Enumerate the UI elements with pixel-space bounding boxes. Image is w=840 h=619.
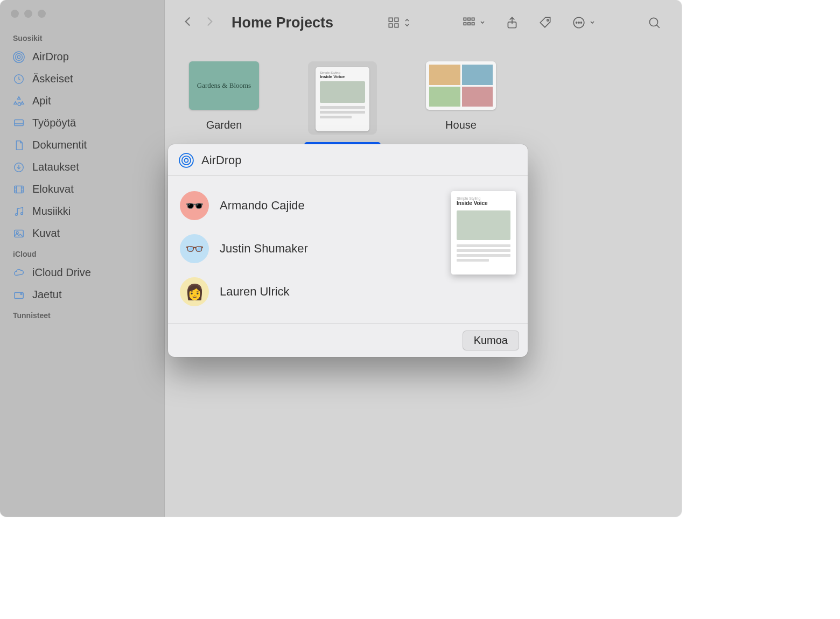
airdrop-person[interactable]: 🕶️ Armando Cajide — [180, 191, 440, 220]
person-name: Justin Shumaker — [220, 242, 308, 256]
sidebar-item-documents[interactable]: Dokumentit — [8, 134, 157, 156]
file-name: House — [441, 117, 481, 133]
airdrop-header: AirDrop — [168, 144, 528, 176]
preview-title: Inside Voice — [457, 200, 488, 206]
svg-rect-21 — [468, 23, 470, 25]
file-preview: Simple Styling Inside Voice — [451, 191, 516, 275]
minimize-window-button[interactable] — [24, 10, 32, 18]
chevron-down-icon — [589, 16, 596, 30]
view-mode-button[interactable] — [382, 12, 415, 33]
document-icon — [13, 139, 25, 151]
tags-button[interactable] — [534, 12, 557, 33]
svg-rect-15 — [389, 24, 393, 27]
sidebar-item-icloud-drive[interactable]: iCloud Drive — [8, 262, 157, 284]
svg-point-30 — [185, 159, 188, 163]
svg-rect-16 — [395, 24, 398, 27]
file-thumbnail — [426, 61, 496, 110]
desktop-icon — [13, 117, 25, 129]
person-name: Armando Cajide — [220, 199, 305, 213]
airdrop-icon — [179, 153, 194, 168]
airdrop-title: AirDrop — [201, 153, 242, 167]
airdrop-people-list: 🕶️ Armando Cajide 👓 Justin Shumaker 👩 La… — [180, 186, 440, 312]
sidebar-item-apps[interactable]: Apit — [8, 90, 157, 112]
airdrop-popover: AirDrop 🕶️ Armando Cajide 👓 Justin Shuma… — [168, 144, 528, 357]
sidebar-item-label: Apit — [32, 95, 51, 107]
sidebar-section-icloud-label: iCloud — [8, 244, 157, 262]
avatar: 🕶️ — [180, 191, 209, 220]
search-button[interactable] — [643, 12, 666, 33]
window-title: Home Projects — [232, 15, 333, 31]
apps-icon — [13, 95, 25, 107]
cloud-icon — [13, 267, 25, 279]
svg-point-24 — [547, 19, 549, 21]
sidebar-item-downloads[interactable]: Lataukset — [8, 156, 157, 178]
sidebar-item-label: Jaetut — [32, 289, 61, 301]
sidebar-item-recents[interactable]: Äskeiset — [8, 68, 157, 90]
chevron-down-icon — [479, 16, 486, 30]
sidebar-item-movies[interactable]: Elokuvat — [8, 178, 157, 200]
svg-point-7 — [16, 213, 18, 215]
toolbar: Home Projects — [165, 0, 682, 45]
svg-rect-19 — [472, 18, 474, 20]
forward-button[interactable] — [202, 15, 216, 31]
avatar: 👓 — [180, 234, 209, 263]
svg-point-1 — [16, 53, 23, 60]
svg-rect-17 — [464, 18, 466, 20]
sidebar-item-desktop[interactable]: Työpöytä — [8, 112, 157, 134]
svg-point-31 — [182, 156, 191, 165]
sidebar-item-label: iCloud Drive — [32, 266, 91, 279]
airdrop-person[interactable]: 👓 Justin Shumaker — [180, 234, 440, 263]
preview-subtitle: Simple Styling — [457, 196, 480, 200]
avatar: 👩 — [180, 277, 209, 306]
sidebar-item-music[interactable]: Musiikki — [8, 200, 157, 222]
svg-rect-18 — [468, 18, 470, 20]
sidebar-item-label: Työpöytä — [32, 117, 76, 129]
file-thumbnail: Simple Styling Inside Voice — [316, 67, 369, 131]
svg-point-27 — [578, 22, 579, 23]
svg-rect-20 — [464, 23, 466, 25]
svg-point-26 — [576, 22, 577, 23]
file-name: Garden — [202, 117, 247, 133]
sidebar-item-pictures[interactable]: Kuvat — [8, 222, 157, 244]
sidebar-item-label: AirDrop — [32, 51, 69, 63]
svg-rect-14 — [395, 18, 398, 22]
movie-icon — [13, 184, 25, 195]
finder-window: Suosikit AirDrop Äskeiset Apit Työpöytä … — [0, 0, 682, 517]
svg-point-8 — [21, 212, 23, 214]
svg-point-0 — [17, 55, 20, 59]
airdrop-icon — [13, 51, 25, 63]
sidebar-item-shared[interactable]: Jaetut — [8, 284, 157, 306]
cancel-button[interactable]: Kumoa — [463, 330, 519, 350]
shared-icon — [13, 289, 25, 301]
sidebar: Suosikit AirDrop Äskeiset Apit Työpöytä … — [0, 0, 165, 517]
sidebar-item-label: Musiikki — [32, 205, 71, 217]
airdrop-person[interactable]: 👩 Lauren Ulrick — [180, 277, 440, 306]
share-button[interactable] — [501, 12, 523, 33]
photo-icon — [13, 228, 25, 240]
sidebar-section-favorites-label: Suosikit — [8, 29, 157, 46]
more-button[interactable] — [568, 12, 600, 33]
clock-icon — [13, 73, 25, 85]
sidebar-item-label: Dokumentit — [32, 139, 87, 151]
close-window-button[interactable] — [11, 10, 19, 18]
person-name: Lauren Ulrick — [220, 285, 290, 299]
svg-point-28 — [580, 22, 582, 23]
svg-point-29 — [649, 18, 657, 26]
group-button[interactable] — [458, 12, 490, 33]
svg-rect-22 — [472, 23, 474, 25]
file-grid: Gardens & Blooms Garden Simple Styling I… — [165, 45, 682, 158]
svg-rect-13 — [389, 18, 393, 22]
back-button[interactable] — [181, 15, 195, 31]
file-item-selected[interactable]: Simple Styling Inside Voice Simple Styli… — [299, 61, 386, 158]
zoom-window-button[interactable] — [38, 10, 46, 18]
svg-point-12 — [20, 293, 22, 294]
sidebar-item-airdrop[interactable]: AirDrop — [8, 46, 157, 68]
music-icon — [13, 206, 25, 217]
file-item[interactable]: Gardens & Blooms Garden — [181, 61, 267, 158]
file-item[interactable]: House — [418, 61, 504, 158]
sidebar-item-label: Lataukset — [32, 161, 79, 173]
sidebar-item-label: Elokuvat — [32, 183, 74, 195]
svg-rect-6 — [15, 186, 24, 193]
sidebar-item-label: Äskeiset — [32, 73, 73, 85]
sidebar-item-label: Kuvat — [32, 227, 60, 240]
